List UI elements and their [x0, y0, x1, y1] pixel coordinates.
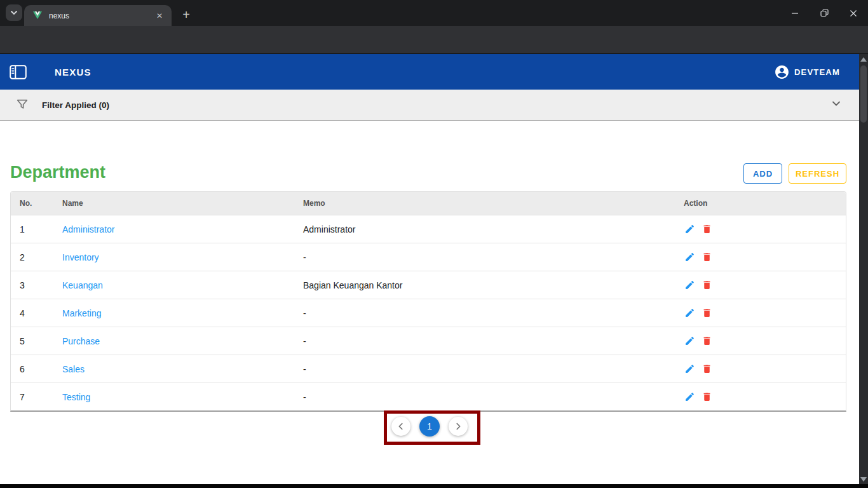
browser-toolbar: Not secure nexus.sunwelldev.site/departm… [0, 26, 868, 54]
window-close-button[interactable] [839, 0, 868, 26]
pagination-next-button[interactable] [449, 417, 468, 436]
row-memo: - [294, 392, 675, 402]
window-restore-button[interactable] [810, 0, 839, 26]
chevron-right-icon [454, 422, 463, 431]
row-number: 7 [11, 392, 53, 402]
app-bar: NEXUS DEVTEAM [0, 54, 859, 90]
app-title: NEXUS [55, 67, 92, 78]
edit-button[interactable] [684, 280, 695, 291]
user-name: DEVTEAM [794, 67, 840, 77]
row-memo: - [294, 308, 675, 318]
table-row: 5 Purchase - [11, 327, 846, 355]
browser-tab-strip: nexus ✕ + [0, 0, 868, 26]
chevron-left-icon [397, 422, 405, 431]
delete-button[interactable] [701, 252, 712, 263]
edit-button[interactable] [684, 252, 695, 263]
scrollbar-thumb[interactable] [860, 65, 867, 123]
delete-trash-icon [702, 363, 712, 374]
edit-button[interactable] [684, 224, 695, 235]
edit-pencil-icon [684, 391, 695, 402]
page-content: NEXUS DEVTEAM Filter Applied (0) Departm… [0, 54, 859, 484]
edit-pencil-icon [684, 280, 695, 290]
delete-trash-icon [702, 308, 712, 318]
vue-favicon-icon [32, 11, 43, 20]
table-row: 6 Sales - [11, 355, 846, 383]
row-number: 3 [11, 280, 53, 290]
row-number: 4 [11, 308, 53, 318]
column-header-memo: Memo [294, 199, 675, 208]
row-number: 5 [11, 336, 53, 346]
tab-close-icon[interactable]: ✕ [154, 10, 165, 22]
chevron-down-icon [10, 9, 18, 17]
column-header-name: Name [53, 199, 294, 208]
edit-button[interactable] [684, 336, 695, 347]
delete-trash-icon [702, 280, 712, 290]
new-tab-button[interactable]: + [178, 6, 194, 23]
row-number: 6 [11, 364, 53, 374]
delete-button[interactable] [701, 363, 712, 375]
minimize-icon [791, 10, 799, 17]
window-minimize-button[interactable] [780, 0, 810, 26]
scroll-down-button[interactable] [859, 474, 868, 484]
delete-trash-icon [702, 391, 712, 402]
row-number: 1 [11, 224, 53, 234]
edit-pencil-icon [684, 363, 695, 374]
account-circle-icon [774, 64, 790, 80]
department-name-link[interactable]: Administrator [62, 224, 114, 234]
delete-button[interactable] [701, 308, 712, 319]
row-number: 2 [11, 252, 53, 262]
row-memo: - [294, 336, 675, 346]
window-bottom-edge [0, 484, 868, 488]
restore-icon [820, 9, 829, 17]
scroll-up-button[interactable] [859, 54, 868, 64]
table-row: 3 Keuangan Bagian Keuangan Kantor [11, 271, 846, 299]
pagination: 1 [0, 416, 859, 437]
department-name-link[interactable]: Sales [62, 364, 85, 374]
sidebar-toggle-icon [10, 65, 27, 79]
user-menu[interactable]: DEVTEAM [774, 64, 840, 80]
tab-title: nexus [49, 11, 154, 20]
edit-button[interactable] [684, 308, 695, 319]
delete-button[interactable] [701, 224, 712, 235]
edit-pencil-icon [684, 336, 695, 346]
delete-button[interactable] [701, 280, 712, 291]
row-memo: - [294, 252, 675, 262]
sidebar-toggle-button[interactable] [8, 62, 28, 82]
page-scrollbar[interactable] [859, 54, 868, 484]
table-header-row: No. Name Memo Action [11, 192, 846, 215]
column-header-no: No. [11, 199, 53, 208]
edit-button[interactable] [684, 391, 695, 403]
browser-tab-nexus[interactable]: nexus ✕ [24, 5, 172, 26]
delete-button[interactable] [701, 391, 712, 403]
window-controls [780, 0, 868, 26]
delete-button[interactable] [701, 336, 712, 347]
table-body: 1 Administrator Administrator 2 Inventor… [11, 215, 846, 410]
department-name-link[interactable]: Inventory [62, 252, 99, 262]
tab-search-button[interactable] [6, 4, 22, 21]
edit-pencil-icon [684, 224, 695, 234]
pagination-page-1-button[interactable]: 1 [419, 416, 440, 437]
department-name-link[interactable]: Marketing [62, 308, 101, 318]
refresh-button[interactable]: REFRESH [789, 163, 846, 184]
delete-trash-icon [702, 224, 712, 234]
department-name-link[interactable]: Testing [62, 392, 90, 402]
department-table: No. Name Memo Action 1 Administrator Adm… [10, 191, 846, 412]
pagination-prev-button[interactable] [391, 417, 410, 436]
table-row: 2 Inventory - [11, 243, 846, 271]
filter-panel-header[interactable]: Filter Applied (0) [0, 90, 859, 121]
filter-applied-label: Filter Applied (0) [42, 100, 109, 110]
department-name-link[interactable]: Purchase [62, 336, 100, 346]
department-name-link[interactable]: Keuangan [62, 280, 103, 290]
scroll-down-arrow-icon [860, 477, 867, 482]
scroll-up-arrow-icon [860, 57, 867, 62]
edit-pencil-icon [684, 252, 695, 262]
row-memo: - [294, 364, 675, 374]
edit-button[interactable] [684, 363, 695, 375]
filter-expand-button[interactable] [831, 98, 841, 111]
close-icon [850, 10, 857, 17]
table-row: 1 Administrator Administrator [11, 215, 846, 243]
add-button[interactable]: ADD [743, 163, 782, 184]
delete-trash-icon [702, 336, 712, 346]
column-header-action: Action [675, 199, 846, 208]
filter-funnel-icon [15, 98, 29, 112]
